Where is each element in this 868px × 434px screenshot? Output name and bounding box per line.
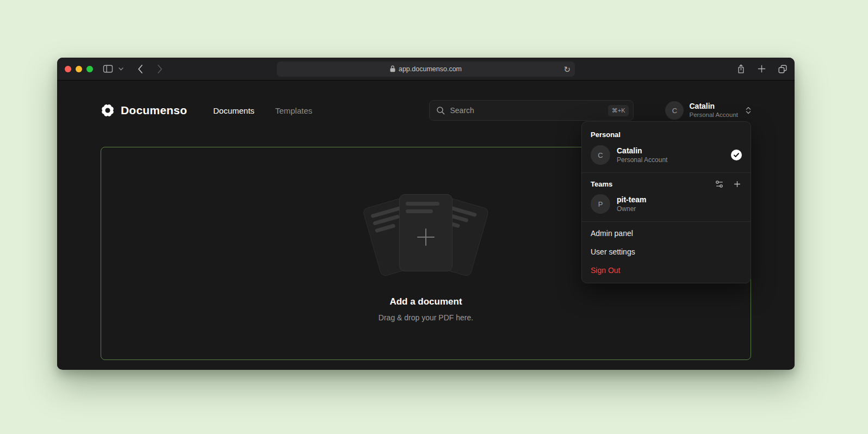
team-item-name: pit-team bbox=[617, 195, 646, 204]
back-button[interactable] bbox=[138, 65, 143, 73]
teams-actions bbox=[715, 179, 742, 189]
account-avatar: C bbox=[665, 101, 684, 120]
teams-section-header: Teams bbox=[582, 175, 751, 192]
team-avatar: P bbox=[591, 194, 610, 214]
team-item-subtitle: Owner bbox=[617, 205, 646, 213]
menu-divider bbox=[582, 221, 751, 222]
browser-toolbar: app.documenso.com ↻ bbox=[57, 58, 795, 80]
brand-home-link[interactable]: Documenso bbox=[101, 103, 187, 117]
documenso-logo-icon bbox=[101, 103, 115, 117]
personal-section-label: Personal bbox=[582, 125, 751, 143]
teams-section-label: Teams bbox=[591, 180, 612, 188]
document-card-add bbox=[399, 194, 452, 271]
plus-icon bbox=[417, 228, 435, 246]
personal-avatar: C bbox=[591, 145, 610, 165]
sidebar-toggle-icon[interactable] bbox=[103, 65, 113, 73]
team-item-text: pit-team Owner bbox=[617, 195, 646, 213]
nav-item-templates[interactable]: Templates bbox=[275, 106, 312, 115]
chevron-down-icon[interactable] bbox=[119, 67, 123, 71]
chevron-updown-icon bbox=[746, 106, 751, 115]
share-icon[interactable] bbox=[737, 64, 745, 74]
window-controls bbox=[65, 66, 93, 72]
search-shortcut-badge: ⌘+K bbox=[608, 105, 629, 116]
personal-item-subtitle: Personal Account bbox=[617, 156, 667, 164]
menu-item-team-pit-team[interactable]: P pit-team Owner bbox=[582, 192, 751, 219]
lock-icon bbox=[390, 65, 395, 72]
app-content: Documenso Documents Templates Search ⌘+K bbox=[57, 80, 795, 369]
new-tab-icon[interactable] bbox=[758, 65, 766, 73]
selected-check-icon bbox=[731, 150, 742, 160]
primary-nav: Documents Templates bbox=[213, 106, 312, 115]
manage-teams-icon[interactable] bbox=[715, 179, 724, 189]
account-subtitle: Personal Account bbox=[689, 111, 738, 119]
documents-stack-illustration bbox=[358, 192, 494, 280]
account-text: Catalin Personal Account bbox=[689, 102, 738, 119]
close-button[interactable] bbox=[65, 66, 71, 72]
personal-item-name: Catalin bbox=[617, 146, 667, 155]
address-bar[interactable]: app.documenso.com ↻ bbox=[277, 61, 575, 77]
brand-wordmark: Documenso bbox=[121, 104, 187, 117]
menu-item-user-settings[interactable]: User settings bbox=[582, 243, 751, 261]
account-menu-trigger[interactable]: C Catalin Personal Account bbox=[665, 101, 751, 120]
dropzone-title: Add a document bbox=[389, 296, 462, 307]
app-header: Documenso Documents Templates Search ⌘+K bbox=[101, 80, 751, 127]
menu-item-admin-panel[interactable]: Admin panel bbox=[582, 224, 751, 243]
nav-item-documents[interactable]: Documents bbox=[213, 106, 255, 115]
desktop-background: app.documenso.com ↻ bbox=[0, 0, 868, 434]
reload-icon[interactable]: ↻ bbox=[563, 65, 571, 73]
account-name: Catalin bbox=[689, 102, 738, 110]
personal-item-text: Catalin Personal Account bbox=[617, 146, 667, 164]
menu-item-personal-account[interactable]: C Catalin Personal Account bbox=[582, 143, 751, 170]
url-text: app.documenso.com bbox=[399, 65, 462, 73]
create-team-icon[interactable] bbox=[733, 179, 742, 189]
search-placeholder: Search bbox=[450, 106, 603, 115]
menu-divider bbox=[582, 172, 751, 173]
tab-overview-icon[interactable] bbox=[778, 65, 787, 73]
browser-window: app.documenso.com ↻ bbox=[57, 58, 795, 370]
menu-item-sign-out[interactable]: Sign Out bbox=[582, 261, 751, 280]
search-icon bbox=[436, 106, 445, 115]
zoom-button[interactable] bbox=[86, 66, 93, 72]
minimize-button[interactable] bbox=[76, 66, 82, 72]
account-dropdown-menu: Personal C Catalin Personal Account bbox=[581, 121, 751, 283]
forward-button[interactable] bbox=[157, 65, 163, 73]
toolbar-actions bbox=[737, 64, 787, 74]
search-input[interactable]: Search ⌘+K bbox=[429, 100, 634, 121]
dropzone-subtitle: Drag & drop your PDF here. bbox=[379, 313, 473, 322]
